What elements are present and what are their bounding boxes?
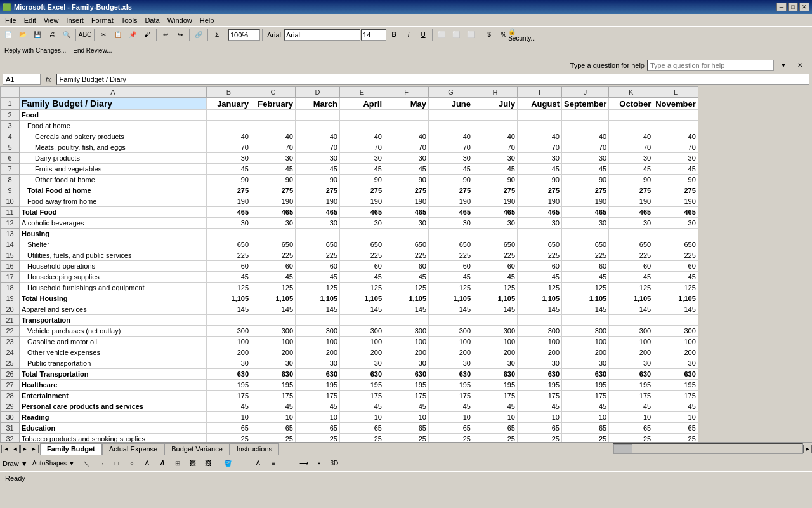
save-button[interactable]: 💾 [30, 28, 44, 42]
name-box[interactable]: A1 [3, 74, 41, 85]
new-button[interactable]: 📄 [1, 28, 15, 42]
cell-a25[interactable]: Public transportation [20, 358, 207, 369]
autoshapes-button[interactable]: AutoShapes ▼ [29, 457, 78, 471]
cell-a9[interactable]: Total Food at home [20, 185, 207, 196]
formula-input[interactable] [56, 74, 809, 85]
maximize-button[interactable]: □ [788, 3, 798, 11]
menu-view[interactable]: View [40, 15, 63, 25]
col-header-b[interactable]: B [207, 87, 251, 98]
cell-a3[interactable]: Food at home [20, 121, 207, 131]
cell-a19[interactable]: Total Housing [20, 293, 207, 304]
tab-prev-button[interactable]: ◄ [11, 444, 20, 453]
cell-h1[interactable]: July [473, 98, 518, 110]
cell-a22[interactable]: Vehicle purchases (net outlay) [20, 326, 207, 337]
cell-a26[interactable]: Total Transportation [20, 369, 207, 380]
tab-first-button[interactable]: |◄ [1, 444, 10, 453]
cell-j1[interactable]: September [562, 98, 609, 110]
cell-f1[interactable]: May [384, 98, 429, 110]
cell-a10[interactable]: Food away from home [20, 196, 207, 207]
diagram-tool[interactable]: ⊞ [171, 457, 185, 471]
cell-c1[interactable]: February [251, 98, 296, 110]
oval-tool[interactable]: ○ [125, 457, 139, 471]
tab-actual-expense[interactable]: Actual Expense [102, 443, 164, 455]
minimize-button[interactable]: ─ [776, 3, 787, 11]
cell-l1[interactable]: November [653, 98, 698, 110]
menu-edit[interactable]: Edit [20, 15, 40, 25]
cell-a11[interactable]: Total Food [20, 207, 207, 218]
open-button[interactable]: 📂 [16, 28, 30, 42]
cell-a17[interactable]: Housekeeping supplies [20, 272, 207, 283]
line-tool[interactable]: ＼ [79, 457, 93, 471]
tab-instructions[interactable]: Instructions [230, 443, 279, 455]
line-style-button[interactable]: ≡ [266, 457, 280, 471]
cell-a28[interactable]: Entertainment [20, 391, 207, 401]
cell-a2[interactable]: Food [20, 110, 207, 121]
arrow-style-button[interactable]: ⟶ [297, 457, 311, 471]
textbox-tool[interactable]: A [140, 457, 154, 471]
format-painter[interactable]: 🖌 [140, 28, 154, 42]
cell-a18[interactable]: Household furnishings and equipment [20, 283, 207, 293]
menu-file[interactable]: File [1, 15, 20, 25]
col-header-c[interactable]: C [251, 87, 296, 98]
spell-check-button[interactable]: ABC [78, 28, 92, 42]
arrow-tool[interactable]: → [95, 457, 108, 471]
copy-button[interactable]: 📋 [111, 28, 125, 42]
cell-a24[interactable]: Other vehicle expenses [20, 347, 207, 358]
picture-tool[interactable]: 🖼 [201, 457, 215, 471]
currency-button[interactable]: $ [482, 28, 496, 42]
cell-a20[interactable]: Apparel and services [20, 304, 207, 315]
col-header-d[interactable]: D [296, 87, 340, 98]
ask-dropdown-button[interactable]: ▼ [776, 58, 790, 72]
cell-a8[interactable]: Other food at home [20, 175, 207, 185]
menu-format[interactable]: Format [88, 15, 117, 25]
print-button[interactable]: 🖨 [45, 28, 59, 42]
font-size-input[interactable] [361, 29, 386, 41]
font-color-button[interactable]: A [251, 457, 265, 471]
zoom-input[interactable] [228, 29, 260, 41]
security-button[interactable]: 🔒 Security... [515, 28, 529, 42]
font-name-input[interactable] [284, 29, 360, 41]
cell-a12[interactable]: Alcoholic beverages [20, 218, 207, 229]
align-center-button[interactable]: ⬜ [449, 28, 463, 42]
cell-a6[interactable]: Dairy products [20, 153, 207, 164]
cell-d1[interactable]: March [296, 98, 340, 110]
cell-a31[interactable]: Education [20, 423, 207, 434]
close-button[interactable]: ✕ [799, 3, 809, 11]
cell-a13[interactable]: Housing [20, 229, 207, 239]
tab-last-button[interactable]: ►| [30, 444, 39, 453]
cell-a4[interactable]: Cereals and bakery products [20, 131, 207, 142]
col-header-j[interactable]: J [562, 87, 609, 98]
col-header-g[interactable]: G [429, 87, 473, 98]
line-color-button[interactable]: — [236, 457, 250, 471]
italic-button[interactable]: I [402, 28, 416, 42]
col-header-k[interactable]: K [609, 87, 653, 98]
col-header-a[interactable]: A [20, 87, 207, 98]
paste-button[interactable]: 📌 [126, 28, 140, 42]
cell-b1[interactable]: January [207, 98, 251, 110]
ask-input[interactable] [647, 60, 774, 71]
redo-button[interactable]: ↪ [173, 28, 187, 42]
cut-button[interactable]: ✂ [96, 28, 110, 42]
bold-button[interactable]: B [387, 28, 401, 42]
clipart-tool[interactable]: 🖼 [186, 457, 200, 471]
cell-k1[interactable]: October [609, 98, 653, 110]
cell-a27[interactable]: Healthcare [20, 380, 207, 391]
cell-a29[interactable]: Personal care products and services [20, 401, 207, 412]
scroll-right-button[interactable]: ► [803, 444, 812, 453]
fill-color-button[interactable]: 🪣 [221, 457, 235, 471]
tab-budget-variance[interactable]: Budget Variance [164, 443, 230, 455]
underline-button[interactable]: U [416, 28, 430, 42]
col-header-f[interactable]: F [384, 87, 429, 98]
menu-insert[interactable]: Insert [62, 15, 88, 25]
menu-window[interactable]: Window [164, 15, 196, 25]
reply-changes-button[interactable]: Reply with Changes... [1, 44, 69, 58]
menu-help[interactable]: Help [196, 15, 218, 25]
cell-a32[interactable]: Tobacco products and smoking supplies [20, 434, 207, 443]
hyperlink-button[interactable]: 🔗 [192, 28, 206, 42]
cell-a14[interactable]: Shelter [20, 239, 207, 250]
h-scroll-thumb[interactable] [613, 444, 632, 453]
autosum-button[interactable]: Σ [210, 28, 224, 42]
3d-button[interactable]: 3D [327, 457, 341, 471]
cell-b2[interactable] [207, 110, 251, 121]
cell-a7[interactable]: Fruits and vegetables [20, 164, 207, 175]
